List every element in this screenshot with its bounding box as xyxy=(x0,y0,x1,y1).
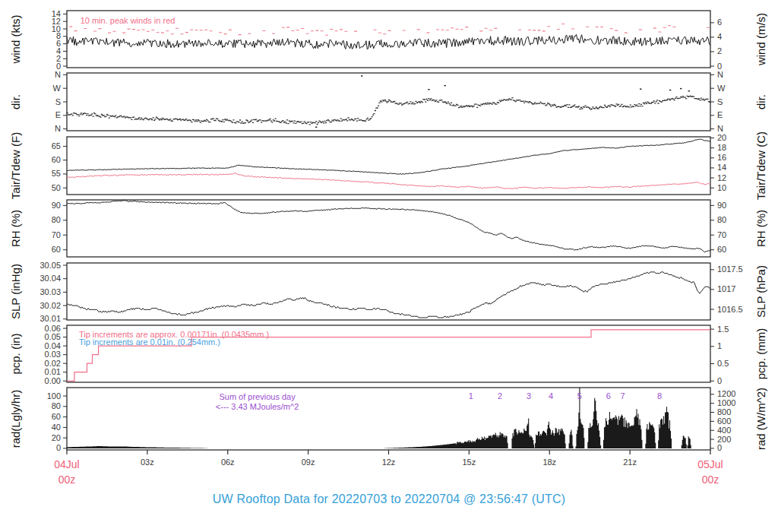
panel-frame-tair xyxy=(67,137,710,195)
left-axis-title-wind: wind (kts) xyxy=(9,14,22,64)
tick-label: 0.5 xyxy=(717,359,729,368)
tick-label: 600 xyxy=(717,416,731,426)
tick-label: 1200 xyxy=(717,389,735,398)
right-axis-title-rh: RH (%) xyxy=(754,210,767,247)
x-label-date: 04Jul xyxy=(54,458,79,470)
tick-label: 0.04 xyxy=(45,341,61,350)
tick-label: 0.03 xyxy=(45,350,61,359)
right-axis-title-rad: rad (W/m^2) xyxy=(754,388,767,450)
tick-label: N xyxy=(55,124,61,133)
tick-label: 30.03 xyxy=(40,287,61,296)
series-wind-0 xyxy=(67,34,710,49)
series-slp-0 xyxy=(67,272,710,318)
tick-label: 18 xyxy=(717,143,726,152)
tick-label: 1017.5 xyxy=(717,264,743,274)
series-tair-0 xyxy=(67,139,710,174)
left-axis-title-slp: SLP (inHg) xyxy=(9,264,22,319)
left-axis-title-rh: RH (%) xyxy=(9,210,22,247)
tick-label: 65 xyxy=(52,141,61,150)
tick-label: 1000 xyxy=(717,398,735,407)
left-axis-title-pcp: pcp. (in) xyxy=(9,333,22,374)
tick-label: 30.02 xyxy=(40,301,61,310)
tick-label: 1 xyxy=(717,341,722,350)
annotation-rad-5: 4 xyxy=(549,391,553,401)
tick-label: 0 xyxy=(717,376,722,385)
outlier-dot xyxy=(315,127,317,128)
outlier-dot xyxy=(669,90,671,90)
annotation-rad-4: 3 xyxy=(527,391,531,401)
tick-label: 0 xyxy=(717,62,722,71)
annotation-rad-7: 6 xyxy=(606,391,611,401)
tick-label: 80 xyxy=(52,215,61,224)
annotation-rad-9: 8 xyxy=(657,391,662,401)
right-axis-title-tair: Tair/Tdew (C) xyxy=(754,131,767,200)
right-axis-title-wind: wind (m/s) xyxy=(754,13,767,66)
tick-label: 400 xyxy=(717,426,731,435)
tick-label: N xyxy=(55,70,61,79)
tick-label: E xyxy=(55,110,61,119)
tick-label: 70 xyxy=(52,230,61,239)
right-axis-title-dir: dir. xyxy=(754,94,767,109)
tick-label: 16 xyxy=(717,153,726,162)
annotation-rad-2: 1 xyxy=(469,391,473,401)
left-axis-title-dir: dir. xyxy=(9,94,22,109)
tick-label: 14 xyxy=(717,163,726,172)
x-label: 18z xyxy=(542,458,556,467)
outlier-dot xyxy=(640,88,641,89)
tick-label: N xyxy=(717,124,723,133)
tick-label: N xyxy=(717,70,723,79)
tick-label: 90 xyxy=(717,201,726,210)
tick-label: 1.5 xyxy=(717,325,729,334)
tick-label: S xyxy=(717,97,723,106)
tick-label: 30.05 xyxy=(40,261,61,270)
tick-label: 200 xyxy=(717,435,731,444)
series-wind-peaks xyxy=(69,24,710,36)
x-label: 12z xyxy=(382,458,396,467)
tick-label: 0 xyxy=(717,443,722,452)
left-axis-title-tair: Tair/Tdew (F) xyxy=(9,132,22,199)
x-label: 06z xyxy=(221,458,235,467)
right-axis-title-slp: SLP (hPa) xyxy=(754,265,767,318)
tick-label: 90 xyxy=(52,201,61,210)
x-label: 03z xyxy=(141,458,154,467)
tick-label: 1016.5 xyxy=(717,305,743,314)
tick-label: 40 xyxy=(52,423,61,432)
tick-label: E xyxy=(717,110,723,119)
tick-label: 70 xyxy=(717,230,726,239)
series-tair-1 xyxy=(67,173,710,189)
tick-label: 100 xyxy=(47,391,61,401)
tick-label: W xyxy=(53,84,62,93)
tick-label: 12 xyxy=(717,173,726,182)
annotation-rad-6: 5 xyxy=(577,391,582,401)
tick-label: W xyxy=(717,84,726,93)
series-rh-0 xyxy=(67,201,710,252)
annotation-rad-1: <--- 3.43 MJoules/m^2 xyxy=(216,402,299,411)
tick-label: 0.01 xyxy=(45,367,61,376)
annotation-wind-0: 10 min. peak winds in red xyxy=(81,16,176,25)
tick-label: 60 xyxy=(717,245,726,254)
tick-label: 2 xyxy=(717,46,722,55)
x-label: 15z xyxy=(463,458,476,467)
series-dir-scatter xyxy=(67,96,711,125)
tick-label: 30.04 xyxy=(40,274,61,283)
outlier-dot xyxy=(688,90,690,91)
tick-label: 0.05 xyxy=(45,332,61,341)
tick-label: 20 xyxy=(52,433,61,442)
x-label-date: 05Jul xyxy=(697,458,723,470)
tick-label: 80 xyxy=(52,401,61,410)
tick-label: 4 xyxy=(717,32,722,41)
tick-label: 1017 xyxy=(717,284,735,293)
series-rad-bars xyxy=(67,388,691,448)
tick-label: 800 xyxy=(717,407,731,416)
tick-label: 0.06 xyxy=(45,324,61,333)
tick-label: 0 xyxy=(56,443,61,452)
tick-label: 80 xyxy=(717,215,726,224)
tick-label: 0.02 xyxy=(45,359,61,368)
tick-label: 20 xyxy=(717,133,726,142)
tick-label: 50 xyxy=(52,183,61,192)
multipanel-meteogram-figure: 024681012140246wind (kts)wind (m/s)10 mi… xyxy=(0,0,778,532)
outlier-dot xyxy=(444,85,445,86)
tick-label: S xyxy=(55,97,61,106)
annotation-pcp-1: Tip increments are 0.01in. (0.254mm.) xyxy=(79,337,220,347)
tick-label: 55 xyxy=(52,169,61,178)
